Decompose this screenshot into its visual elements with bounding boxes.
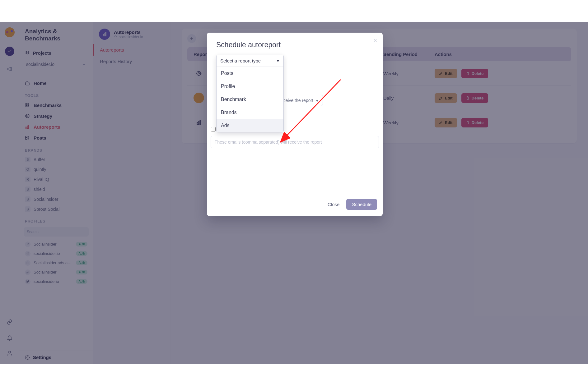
close-icon[interactable]: × (373, 37, 377, 44)
dropdown-option-brands[interactable]: Brands (217, 106, 283, 119)
send-to-me-checkbox[interactable] (211, 127, 216, 131)
browser-chrome-top (0, 0, 588, 22)
dropdown-option-benchmark[interactable]: Benchmark (217, 93, 283, 106)
caret-down-icon: ▼ (276, 59, 280, 63)
caret-down-icon: ▼ (315, 99, 319, 103)
close-label: Close (328, 202, 339, 207)
dropdown-option-posts[interactable]: Posts (217, 67, 283, 80)
dropdown-option-label: Ads (221, 123, 230, 128)
receive-frequency-text: eceive the report (281, 98, 313, 103)
dropdown-option-label: Posts (221, 71, 233, 76)
dropdown-option-label: Benchmark (221, 97, 246, 102)
schedule-autoreport-modal: × Schedule autoreport Select a report ty… (207, 33, 383, 216)
dropdown-option-ads[interactable]: Ads (217, 119, 283, 132)
report-type-placeholder: Select a report type (220, 58, 261, 63)
schedule-label: Schedule (352, 202, 371, 207)
modal-title: Schedule autoreport (216, 41, 373, 49)
schedule-button[interactable]: Schedule (346, 199, 377, 210)
dropdown-option-label: Profile (221, 84, 235, 89)
page-bottom-pad (0, 364, 588, 373)
report-type-select[interactable]: Select a report type ▼ (217, 55, 283, 67)
dropdown-option-label: Brands (221, 110, 237, 115)
close-button[interactable]: Close (324, 199, 343, 210)
emails-input[interactable]: These emails (comma separated) will rece… (211, 136, 379, 148)
dropdown-option-profile[interactable]: Profile (217, 80, 283, 93)
emails-placeholder: These emails (comma separated) will rece… (215, 140, 322, 145)
report-type-dropdown: Select a report type ▼ Posts Profile Ben… (216, 55, 284, 132)
